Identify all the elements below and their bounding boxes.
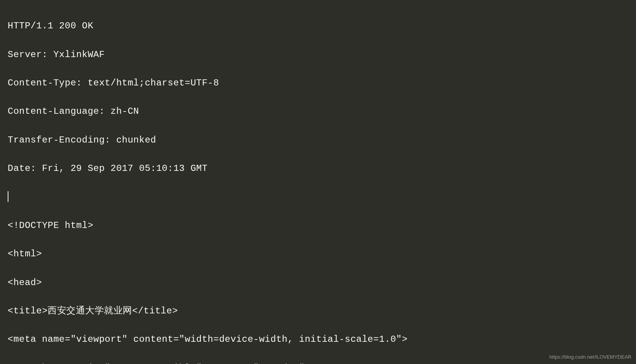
empty-line-cursor: [8, 190, 628, 204]
http-response-viewer: HTTP/1.1 200 OK Server: YxlinkWAF Conten…: [8, 5, 628, 364]
meta-viewport: <meta name="viewport" content="width=dev…: [8, 332, 628, 346]
header-date: Date: Fri, 29 Sep 2017 05:10:13 GMT: [8, 161, 628, 175]
html-open-tag: <html>: [8, 247, 628, 261]
header-content-type: Content-Type: text/html;charset=UTF-8: [8, 76, 628, 90]
watermark-text: https://blog.csdn.net/ILOVEMYDEAR: [549, 353, 631, 361]
header-content-language: Content-Language: zh-CN: [8, 104, 628, 118]
html-doctype: <!DOCTYPE html>: [8, 218, 628, 233]
title-tag: <title>西安交通大学就业网</title>: [8, 304, 628, 318]
meta-xua-compatible: <meta http-equiv="X-UA-Compatible" conte…: [8, 361, 628, 364]
http-status-line: HTTP/1.1 200 OK: [8, 19, 628, 33]
header-server: Server: YxlinkWAF: [8, 48, 628, 62]
text-cursor: [8, 191, 8, 202]
header-transfer-encoding: Transfer-Encoding: chunked: [8, 133, 628, 147]
head-open-tag: <head>: [8, 275, 628, 290]
